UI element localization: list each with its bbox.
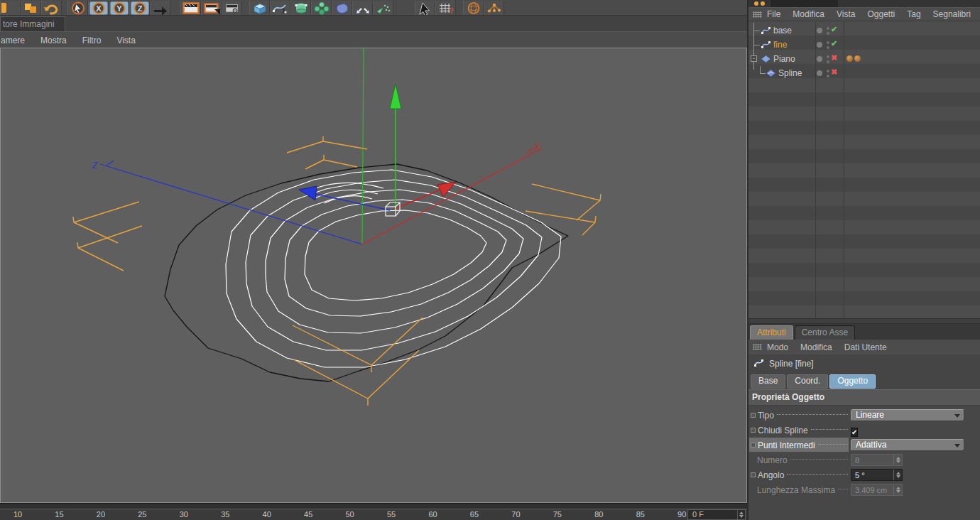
object-row-fine[interactable]: fine ✔ bbox=[748, 38, 980, 52]
frame-stepper[interactable] bbox=[737, 510, 745, 519]
phong-tag-icon[interactable] bbox=[854, 55, 861, 62]
add-deformer-icon[interactable] bbox=[332, 1, 352, 15]
expander-toggle[interactable]: - bbox=[751, 55, 757, 62]
tab-picture-viewer[interactable]: tore Immagini bbox=[0, 16, 65, 31]
object-row-base[interactable]: base ✔ bbox=[748, 23, 980, 38]
disabled-cross-icon[interactable]: ✖ bbox=[831, 53, 837, 63]
undo-rotate-icon[interactable] bbox=[41, 1, 62, 15]
x-axis-lock-icon[interactable]: X bbox=[88, 1, 109, 15]
object-name-selected[interactable]: fine bbox=[773, 40, 787, 50]
panel-splitter[interactable] bbox=[748, 318, 980, 324]
editor-visibility-dot[interactable] bbox=[827, 70, 829, 72]
add-particles-icon[interactable] bbox=[373, 1, 393, 15]
layer-dot[interactable] bbox=[817, 56, 822, 62]
om-menu-modifica[interactable]: Modifica bbox=[793, 9, 824, 19]
ruler-tick-label: 60 bbox=[428, 510, 437, 519]
am-menu-modo[interactable]: Modo bbox=[767, 342, 788, 352]
layer-dot[interactable] bbox=[817, 70, 822, 76]
dropdown-value: Adattiva bbox=[856, 440, 886, 450]
render-settings-icon[interactable] bbox=[222, 1, 242, 15]
property-label: Lunghezza Massima bbox=[757, 485, 835, 495]
render-visibility-dot[interactable] bbox=[827, 75, 829, 77]
layer-dot[interactable] bbox=[817, 28, 822, 33]
tipo-dropdown[interactable]: Lineare bbox=[851, 409, 964, 421]
svg-text:X: X bbox=[96, 4, 102, 12]
object-name[interactable]: base bbox=[773, 26, 792, 36]
editor-visibility-dot[interactable] bbox=[827, 55, 829, 58]
render-view-icon[interactable] bbox=[180, 1, 201, 15]
spinner-stepper[interactable] bbox=[893, 470, 902, 480]
editor-visibility-dot[interactable] bbox=[827, 41, 829, 44]
menu-filtro[interactable]: Filtro bbox=[75, 36, 109, 45]
viewer-tabstrip: tore Immagini bbox=[0, 16, 747, 31]
am-menu-modifica[interactable]: Modifica bbox=[800, 342, 832, 352]
live-selection-icon[interactable] bbox=[67, 1, 88, 15]
enabled-check-icon[interactable]: ✔ bbox=[831, 25, 837, 34]
om-menu-file[interactable]: File bbox=[767, 9, 780, 19]
main-toolbar: XYZ? bbox=[0, 0, 747, 16]
add-spline-icon[interactable] bbox=[270, 1, 290, 15]
globe-wire-icon[interactable] bbox=[463, 1, 484, 15]
om-menu-vista[interactable]: Vista bbox=[837, 9, 855, 19]
viewport-3d[interactable]: Z X bbox=[0, 48, 747, 503]
property-row-angolo: Angolo 5 ° bbox=[748, 467, 980, 482]
section-header: Proprietà Oggetto bbox=[748, 389, 980, 406]
param-key-icon[interactable] bbox=[751, 443, 756, 448]
axis-arrows-icon[interactable] bbox=[352, 1, 373, 15]
enabled-check-icon[interactable]: ✔ bbox=[831, 39, 837, 48]
tab-attributi[interactable]: Attributi bbox=[750, 325, 793, 340]
panel-grip-icon[interactable] bbox=[753, 11, 762, 18]
frame-value[interactable]: 0 F bbox=[692, 510, 737, 519]
ruler-tick-label: 15 bbox=[55, 510, 63, 519]
z-axis-lock-icon[interactable]: Z bbox=[129, 1, 150, 15]
select-arrow-icon[interactable] bbox=[415, 1, 435, 15]
om-menu-tag[interactable]: Tag bbox=[907, 9, 920, 19]
spinner-value: 3.409 cm bbox=[851, 484, 893, 495]
add-generator-icon[interactable] bbox=[290, 1, 311, 15]
angolo-spinner[interactable]: 5 ° bbox=[851, 469, 903, 481]
add-modeling-icon[interactable] bbox=[311, 1, 332, 15]
texture-tag-icon[interactable] bbox=[846, 55, 853, 62]
object-name[interactable]: Piano bbox=[773, 54, 795, 64]
subtab-coord[interactable]: Coord. bbox=[787, 374, 828, 389]
disabled-cross-icon[interactable]: ✖ bbox=[831, 67, 837, 77]
am-menu-dati-utente[interactable]: Dati Utente bbox=[844, 342, 887, 352]
current-frame-field[interactable]: 0 F bbox=[687, 509, 746, 520]
object-row-spline[interactable]: Spline ✖ bbox=[748, 66, 980, 80]
menu-camere[interactable]: amere bbox=[0, 36, 33, 45]
render-active-icon[interactable] bbox=[201, 1, 222, 15]
layer-dot[interactable] bbox=[817, 42, 822, 48]
snap-grid-icon[interactable]: ? bbox=[435, 1, 456, 15]
param-key-icon[interactable] bbox=[751, 413, 756, 418]
render-visibility-dot[interactable] bbox=[827, 46, 829, 49]
menu-mostra[interactable]: Mostra bbox=[33, 36, 75, 45]
object-name[interactable]: Spline bbox=[778, 68, 802, 78]
panel-grip-icon[interactable] bbox=[753, 344, 762, 350]
tab-centro-asse[interactable]: Centro Asse bbox=[795, 325, 855, 340]
punti-intermedi-dropdown[interactable]: Adattiva bbox=[851, 439, 964, 451]
render-visibility-dot[interactable] bbox=[827, 60, 829, 63]
param-key-icon[interactable] bbox=[751, 428, 756, 433]
param-key-icon[interactable] bbox=[751, 472, 756, 477]
clipped-left-icon[interactable] bbox=[0, 1, 21, 15]
y-axis-lock-icon[interactable]: Y bbox=[109, 1, 129, 15]
object-row-piano[interactable]: - Piano ✖ bbox=[748, 52, 980, 66]
move-tool-icon[interactable] bbox=[21, 1, 41, 15]
spline-object-icon bbox=[761, 26, 771, 38]
subtab-base[interactable]: Base bbox=[751, 374, 785, 389]
editor-visibility-dot[interactable] bbox=[827, 27, 829, 30]
subtab-oggetto[interactable]: Oggetto bbox=[829, 374, 876, 389]
render-visibility-dot[interactable] bbox=[827, 32, 829, 35]
timeline-ruler[interactable]: 0 F 1015202530354045505560657075808590 bbox=[0, 509, 747, 520]
x-axis-label: X bbox=[533, 142, 540, 152]
om-menu-oggetti[interactable]: Oggetti bbox=[868, 9, 895, 19]
chiudi-spline-checkbox[interactable]: ✔ bbox=[851, 428, 858, 437]
menu-vista[interactable]: Vista bbox=[109, 36, 143, 45]
point-network-icon[interactable] bbox=[484, 1, 504, 15]
spinner-value: 5 ° bbox=[851, 470, 893, 480]
ruler-tick-label: 40 bbox=[263, 510, 271, 519]
om-menu-segnalibri[interactable]: Segnalibri bbox=[933, 9, 971, 19]
coord-system-icon[interactable] bbox=[150, 1, 170, 15]
add-primitive-icon[interactable] bbox=[249, 1, 270, 15]
viewport-canvas[interactable]: Z X bbox=[0, 48, 747, 503]
